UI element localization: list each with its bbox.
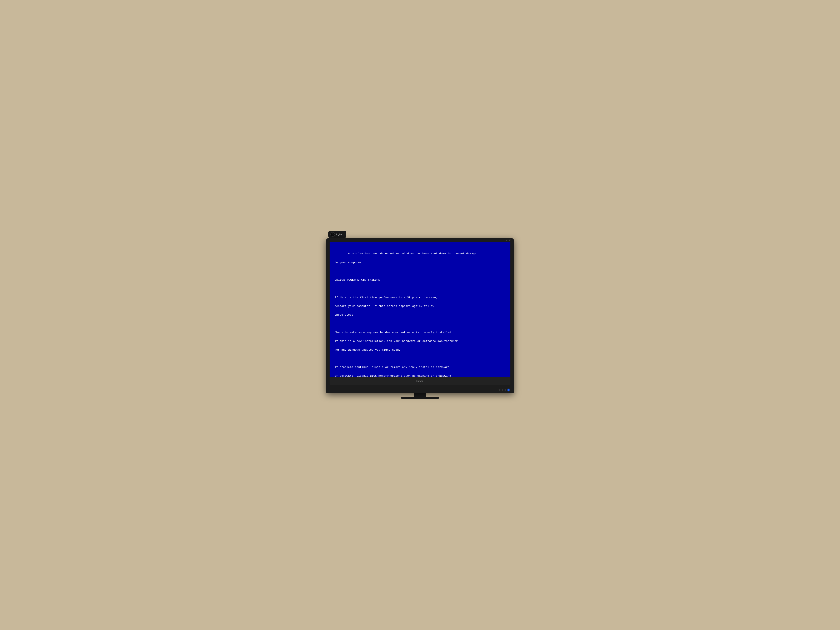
monitor-controls: [499, 389, 510, 391]
bsod-error-code: DRIVER_POWER_STATE_FAILURE: [335, 278, 380, 282]
monitor-model-label: X235: [506, 239, 511, 241]
webcam: logitech: [328, 231, 346, 238]
bsod-line7: these steps:: [335, 313, 355, 316]
bsod-line2: to your computer.: [335, 261, 363, 264]
monitor-power-button[interactable]: [507, 389, 510, 391]
monitor-button-2[interactable]: [502, 389, 503, 391]
bsod-line13: If problems continue, disable or remove …: [335, 366, 449, 369]
monitor-stand: [326, 393, 514, 399]
webcam-lens-inner: [332, 233, 334, 235]
monitor-bottom-bezel: acer: [330, 377, 510, 385]
bsod-screen: A problem has been detected and windows …: [330, 242, 510, 377]
bsod-content: A problem has been detected and windows …: [335, 248, 505, 377]
monitor: X235 A problem has been detected and win…: [326, 238, 514, 393]
bsod-line5: If this is the first time you've seen th…: [335, 296, 437, 299]
webcam-brand-label: logitech: [336, 233, 344, 235]
webcam-lens: [330, 232, 335, 237]
monitor-button-1[interactable]: [499, 389, 501, 391]
bsod-line10: If this is a new installation, ask your …: [335, 339, 458, 343]
monitor-neck: [414, 393, 426, 397]
webcam-bar: logitech: [326, 231, 514, 238]
scene: logitech X235 A problem has been detecte…: [326, 231, 514, 399]
monitor-foot: [401, 397, 439, 399]
bsod-line9: Check to make sure any new hardware or s…: [335, 331, 453, 334]
monitor-button-3[interactable]: [505, 389, 506, 391]
bsod-line14: or software. Disable BIOS memory options…: [335, 374, 453, 377]
monitor-brand-label: acer: [416, 379, 424, 382]
bsod-line1: A problem has been detected and windows …: [348, 252, 477, 255]
bsod-line6: restart your computer. If this screen ap…: [335, 305, 434, 308]
bsod-line11: for any windows updates you might need.: [335, 348, 400, 352]
